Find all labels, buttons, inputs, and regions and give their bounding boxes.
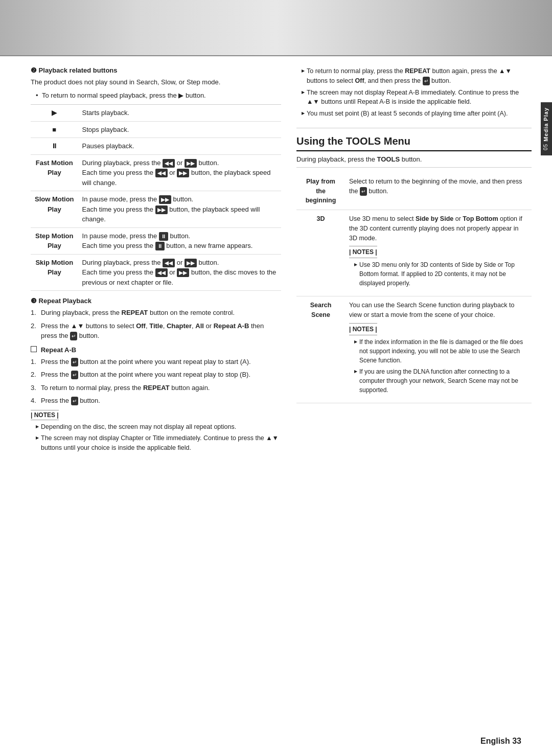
repeat-ab-step-4: 4. Press the ↵ button. — [31, 396, 281, 406]
table-row: Skip MotionPlay During playback, press t… — [31, 254, 281, 291]
repeat-step-2: 2. Press the ▲▼ buttons to select Off, T… — [31, 321, 281, 341]
3d-notes-label: | NOTES | — [349, 246, 377, 258]
playback-table: ▶ Starts playback. ■ Stops playback. ⏸ P… — [31, 104, 281, 291]
repeat-ab-step-2: 2. Press the ↵ button at the point where… — [31, 370, 281, 380]
checkbox-icon — [31, 346, 37, 352]
play-icon-cell: ▶ — [31, 105, 78, 122]
play-from-beginning-label: Play from thebeginning — [296, 173, 345, 210]
notes-item-2: The screen may not display Chapter or Ti… — [36, 433, 281, 453]
repeat-ab-header: Repeat A-B — [31, 346, 281, 354]
3d-label: 3D — [296, 210, 345, 296]
repeat-header: ❸ Repeat Playback — [31, 297, 281, 305]
table-row: Step MotionPlay In pause mode, press the… — [31, 227, 281, 254]
footer: English 33 — [480, 737, 521, 746]
search-scene-notes-box: | NOTES | If the index information in th… — [349, 323, 527, 395]
playback-header-section: ❷ Playback related buttons The product d… — [31, 66, 281, 100]
right-notes-item-1: To return to normal play, press the REPE… — [302, 66, 532, 86]
tools-menu-desc: During playback, press the TOOLS button. — [296, 155, 532, 168]
play-from-beginning-desc: Select to return to the beginning of the… — [345, 173, 532, 210]
repeat-ab-step-3: 3. To return to normal play, press the R… — [31, 383, 281, 393]
playback-desc: The product does not play sound in Searc… — [31, 77, 281, 87]
top-notes: To return to normal play, press the REPE… — [296, 66, 532, 128]
playback-bullet: To return to normal speed playback, pres… — [36, 90, 281, 101]
table-row: 3D Use 3D menu to select Side by Side or… — [296, 210, 532, 296]
stop-icon-cell: ■ — [31, 121, 78, 138]
right-notes-item-2: The screen may not display Repeat A-B im… — [302, 88, 532, 107]
tools-menu-header: Using the TOOLS Menu — [296, 135, 532, 151]
table-row: ⏸ Pauses playback. — [31, 138, 281, 155]
playback-header: ❷ Playback related buttons — [31, 66, 281, 74]
skip-motion-desc: During playback, press the ◀◀ or ▶▶ butt… — [78, 254, 281, 291]
3d-notes-item-1: Use 3D menu only for 3D contents of Side… — [354, 260, 527, 288]
repeat-ab-label: Repeat A-B — [41, 346, 77, 354]
table-row: Fast MotionPlay During playback, press t… — [31, 154, 281, 191]
right-notes-item-3: You must set point (B) at least 5 second… — [302, 109, 532, 119]
table-row: ▶ Starts playback. — [31, 105, 281, 122]
repeat-header-text: ❸ Repeat Playback — [31, 297, 91, 305]
left-column: ❷ Playback related buttons The product d… — [31, 66, 281, 457]
step-motion-desc: In pause mode, press the ⏸ button. Each … — [78, 227, 281, 254]
tools-table: Play from thebeginning Select to return … — [296, 173, 532, 403]
right-column: To return to normal play, press the REPE… — [296, 66, 532, 457]
notes-label: | NOTES | — [31, 410, 59, 420]
slow-motion-label: Slow MotionPlay — [31, 191, 78, 228]
repeat-ab-step-1: 1. Press the ↵ button at the point where… — [31, 357, 281, 367]
play-desc: Starts playback. — [78, 105, 281, 122]
3d-notes-box: | NOTES | Use 3D menu only for 3D conten… — [349, 246, 527, 288]
skip-motion-label: Skip MotionPlay — [31, 254, 78, 291]
search-scene-notes-item-2: If you are using the DLNA function after… — [354, 367, 527, 395]
search-scene-notes-item-1: If the index information in the file is … — [354, 337, 527, 365]
notes-box: | NOTES | Depending on the disc, the scr… — [31, 410, 281, 453]
step-motion-label: Step MotionPlay — [31, 227, 78, 254]
main-content: ❷ Playback related buttons The product d… — [0, 56, 552, 467]
table-row: Play from thebeginning Select to return … — [296, 173, 532, 210]
search-scene-desc: You can use the Search Scene function du… — [345, 296, 532, 403]
3d-desc: Use 3D menu to select Side by Side or To… — [345, 210, 532, 296]
header-banner — [0, 0, 552, 56]
playback-header-text: ❷ Playback related buttons — [31, 66, 118, 74]
slow-motion-desc: In pause mode, press the ▶▶ button. Each… — [78, 191, 281, 228]
search-scene-label: Search Scene — [296, 296, 345, 403]
pause-icon-cell: ⏸ — [31, 138, 78, 155]
table-row: Slow MotionPlay In pause mode, press the… — [31, 191, 281, 228]
repeat-step-1: 1. During playback, press the REPEAT but… — [31, 308, 281, 318]
footer-text: English 33 — [480, 737, 521, 745]
fast-motion-desc: During playback, press the ◀◀ or ▶▶ butt… — [78, 154, 281, 191]
search-scene-notes-label: | NOTES | — [349, 323, 377, 335]
table-row: ■ Stops playback. — [31, 121, 281, 138]
pause-desc: Pauses playback. — [78, 138, 281, 155]
table-row: Search Scene You can use the Search Scen… — [296, 296, 532, 403]
notes-item-1: Depending on the disc, the screen may no… — [36, 422, 281, 432]
fast-motion-label: Fast MotionPlay — [31, 154, 78, 191]
stop-desc: Stops playback. — [78, 121, 281, 138]
